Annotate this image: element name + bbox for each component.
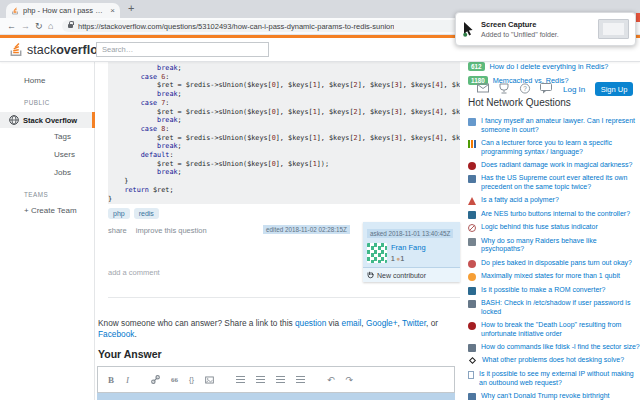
hot-question-link[interactable]: Logic behind this fuse status indicator xyxy=(481,223,598,232)
tab-close-icon[interactable]: × xyxy=(110,7,115,15)
hot-question[interactable]: BASH: Check in /etc/shadow if user passw… xyxy=(468,299,640,316)
hot-question-link[interactable]: Is it possible to make a ROM converter? xyxy=(481,286,606,295)
edited-timestamp[interactable]: edited 2018-11-02 02:28:15Z xyxy=(263,225,350,234)
google-link[interactable]: Google+ xyxy=(366,318,398,328)
sidebar-section-public: PUBLIC xyxy=(24,99,50,106)
link-icon[interactable] xyxy=(151,375,160,384)
rpg-site-icon xyxy=(468,322,476,330)
bullet-list-icon[interactable] xyxy=(256,376,265,383)
forward-icon[interactable]: → xyxy=(21,21,30,31)
hot-question-link[interactable]: What other problems does hot desking sol… xyxy=(482,356,624,365)
help-icon[interactable]: ? xyxy=(519,83,531,94)
tab-title: php - How can i pass dynamic xyxy=(23,6,106,15)
hot-question[interactable]: What other problems does hot desking sol… xyxy=(468,356,640,365)
answer-textarea[interactable] xyxy=(97,393,455,400)
hot-question-link[interactable]: Do pies baked in disposable pans turn ou… xyxy=(481,259,632,268)
hot-question[interactable]: Why can't Donald Trump revoke birthright xyxy=(468,392,640,400)
hot-question[interactable]: I fancy myself an amateur lawyer. Can I … xyxy=(468,117,640,134)
related-question-link[interactable]: How do I delete everything in Redis? xyxy=(490,62,609,71)
code-block[interactable]: break; case 6: $ret = $redis->sUnion($ke… xyxy=(108,62,460,204)
hot-question-link[interactable]: Why do so many Raiders behave like psych… xyxy=(481,237,640,254)
question-link[interactable]: question xyxy=(295,318,326,328)
hot-question-link[interactable]: I fancy myself an amateur lawyer. Can I … xyxy=(481,117,640,134)
stackoverflow-logo[interactable]: stackoverflow xyxy=(8,42,108,57)
login-link[interactable]: Log In xyxy=(563,85,585,94)
politics-site-icon xyxy=(468,393,476,400)
back-icon[interactable]: ← xyxy=(7,21,16,31)
software-eng-site-icon xyxy=(468,140,476,148)
code-icon[interactable]: {} xyxy=(189,375,194,384)
hot-question[interactable]: Why do so many Raiders behave like psych… xyxy=(468,237,640,254)
hot-question[interactable]: Has the US Supreme court ever altered it… xyxy=(468,174,640,191)
hot-question[interactable]: Maximally mixed states for more than 1 q… xyxy=(468,272,640,281)
outdent-icon[interactable] xyxy=(276,376,285,383)
signup-button[interactable]: Sign Up xyxy=(595,82,633,96)
hot-question-link[interactable]: BASH: Check in /etc/shadow if user passw… xyxy=(481,299,640,316)
numbered-list-icon[interactable] xyxy=(236,376,245,383)
sidebar-item-jobs[interactable]: Jobs xyxy=(54,168,71,177)
tag-redis[interactable]: redis xyxy=(134,208,159,219)
avatar[interactable] xyxy=(367,243,387,263)
hot-question[interactable]: Does radiant damage work in magical dark… xyxy=(468,161,640,170)
rpg-site-icon xyxy=(468,162,476,170)
screen-capture-notification[interactable]: Screen Capture Added to "Unfiled" folder… xyxy=(455,12,636,46)
improve-link[interactable]: improve this question xyxy=(136,226,207,235)
left-sidebar: Home PUBLIC Stack Overflow Tags Users Jo… xyxy=(0,62,95,400)
hot-question[interactable]: How do commands like fdisk -l find the s… xyxy=(468,343,640,352)
achievements-icon[interactable] xyxy=(498,83,510,94)
extension-icon[interactable] xyxy=(636,13,640,22)
italic-button[interactable]: I xyxy=(126,375,129,385)
paragraph-text: Know someone who can answer? Share a lin… xyxy=(98,318,295,328)
hot-question[interactable]: Is a fatty acid a polymer? xyxy=(468,196,640,205)
bold-button[interactable]: B xyxy=(108,375,114,385)
redo-icon[interactable]: ↷ xyxy=(346,375,354,385)
hot-question[interactable]: Logic behind this fuse status indicator xyxy=(468,223,640,232)
indent-icon[interactable] xyxy=(296,376,305,383)
hot-question-link[interactable]: Has the US Supreme court ever altered it… xyxy=(481,174,640,191)
hot-question-link[interactable]: Can a lecturer force you to learn a spec… xyxy=(481,139,640,156)
hot-question[interactable]: How to break the "Death Loop" resulting … xyxy=(468,321,640,338)
padlock-icon xyxy=(68,24,73,28)
new-tab-button[interactable]: + xyxy=(128,2,134,14)
svg-text:?: ? xyxy=(523,85,527,92)
undo-icon[interactable]: ↶ xyxy=(327,375,335,385)
facebook-link[interactable]: Facebook xyxy=(98,329,134,339)
hot-question[interactable]: Do pies baked in disposable pans turn ou… xyxy=(468,259,640,268)
hot-question[interactable]: Are NES turbo buttons internal to the co… xyxy=(468,210,640,219)
image-icon[interactable] xyxy=(205,376,214,384)
search-input[interactable] xyxy=(96,42,269,57)
blockquote-icon[interactable]: 66 xyxy=(171,376,178,384)
inbox-icon[interactable] xyxy=(477,83,489,94)
answer-editor-toolbar: BI66{}↶↷ xyxy=(97,366,455,393)
sidebar-item-create-team[interactable]: + Create Team xyxy=(24,206,77,215)
sidebar-section-teams: TEAMS xyxy=(24,191,48,198)
hot-question[interactable]: Can a lecturer force you to learn a spec… xyxy=(468,139,640,156)
hot-question-link[interactable]: Is it possible to see my external IP wit… xyxy=(479,370,640,387)
share-link[interactable]: share xyxy=(108,226,127,235)
email-link[interactable]: email xyxy=(342,318,362,328)
add-comment-link[interactable]: add a comment xyxy=(108,268,160,277)
related-question[interactable]: 612How do I delete everything in Redis? xyxy=(468,62,640,71)
site-switcher-icon[interactable] xyxy=(540,83,552,94)
screenshot-root: php - How can i pass dynamic × + ← → ↻ ⌂… xyxy=(0,0,640,400)
home-icon[interactable]: ⌂ xyxy=(48,21,53,31)
tag-php[interactable]: php xyxy=(108,208,130,219)
hot-question-link[interactable]: How to break the "Death Loop" resulting … xyxy=(481,321,640,338)
hot-question[interactable]: Is it possible to see my external IP wit… xyxy=(468,370,640,387)
sidebar-item-tags[interactable]: Tags xyxy=(54,132,71,141)
hot-question-link[interactable]: Does radiant damage work in magical dark… xyxy=(481,161,632,170)
hot-question[interactable]: Is it possible to make a ROM converter? xyxy=(468,286,640,295)
reload-icon[interactable]: ↻ xyxy=(35,21,43,31)
hot-question-link[interactable]: Why can't Donald Trump revoke birthright xyxy=(481,392,610,400)
twitter-link[interactable]: Twitter xyxy=(402,318,426,328)
sidebar-item-stack-overflow[interactable]: Stack Overflow xyxy=(0,112,95,128)
hot-question-link[interactable]: Are NES turbo buttons internal to the co… xyxy=(481,210,630,219)
owner-name-link[interactable]: Fran Fang xyxy=(391,243,426,252)
hot-question-link[interactable]: How do commands like fdisk -l find the s… xyxy=(481,343,640,352)
sidebar-item-home[interactable]: Home xyxy=(24,76,45,85)
hot-question-link[interactable]: Maximally mixed states for more than 1 q… xyxy=(481,272,620,281)
hot-question-link[interactable]: Is a fatty acid a polymer? xyxy=(481,196,559,205)
security-site-icon xyxy=(468,371,474,379)
browser-tab[interactable]: php - How can i pass dynamic × xyxy=(6,3,120,18)
sidebar-item-users[interactable]: Users xyxy=(54,150,75,159)
